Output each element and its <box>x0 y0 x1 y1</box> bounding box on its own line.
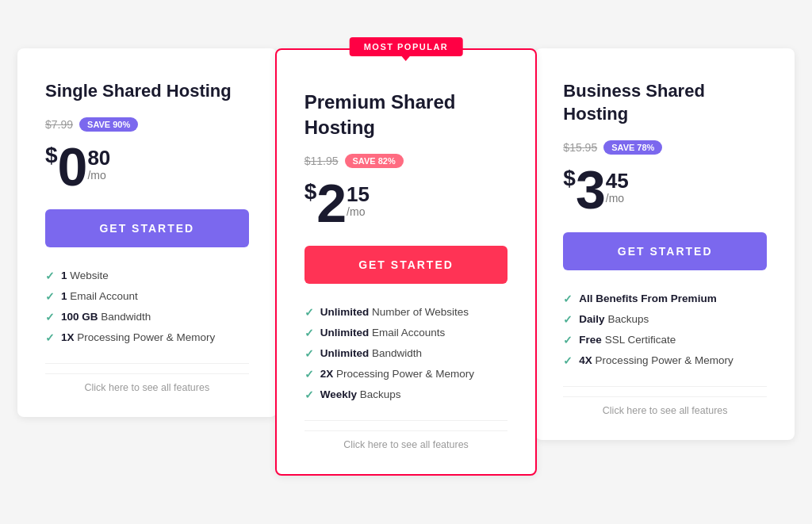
save-badge-single: SAVE 90% <box>79 117 138 132</box>
check-icon-premium-4: ✓ <box>304 388 314 401</box>
plan-title-business: Business Shared Hosting <box>563 80 767 125</box>
price-dollar-single: $ <box>45 144 58 166</box>
feature-item-business-3: ✓ 4X Processing Power & Memory <box>563 354 767 367</box>
see-all-link-premium[interactable]: Click here to see all features <box>304 430 508 450</box>
feature-text-single-0: 1 Website <box>61 270 109 281</box>
divider-business <box>563 386 767 387</box>
feature-text-single-3: 1X Processing Power & Memory <box>61 331 215 343</box>
feature-item-business-1: ✓ Daily Backups <box>563 313 767 326</box>
feature-item-premium-3: ✓ 2X Processing Power & Memory <box>304 368 508 381</box>
feature-bold-premium-2: Unlimited <box>320 347 370 359</box>
check-icon-business-1: ✓ <box>563 313 573 326</box>
pricing-card-business: Business Shared Hosting $15.95 SAVE 78% … <box>535 48 795 439</box>
features-list-business: ✓ All Benefits From Premium ✓ Daily Back… <box>563 293 767 367</box>
price-period-single: /mo <box>87 168 110 184</box>
feature-item-single-1: ✓ 1 Email Account <box>45 290 249 303</box>
feature-item-single-2: ✓ 100 GB Bandwidth <box>45 311 249 323</box>
features-list-single: ✓ 1 Website ✓ 1 Email Account ✓ 100 GB B… <box>45 270 249 344</box>
feature-bold-premium-1: Unlimited <box>320 327 370 338</box>
price-row-business: $15.95 SAVE 78% <box>563 140 767 155</box>
price-period-business: /mo <box>606 191 629 207</box>
cta-button-premium[interactable]: GET STARTED <box>304 246 508 284</box>
price-dollar-premium: $ <box>304 181 317 203</box>
price-integer-single: 0 <box>58 140 88 193</box>
check-icon-premium-0: ✓ <box>304 306 314 319</box>
pricing-card-premium: MOST POPULARPremium Shared Hosting $11.9… <box>275 48 538 475</box>
feature-bold-business-0: All Benefits From Premium <box>579 293 716 304</box>
feature-text-premium-4: Weekly Backups <box>320 388 401 400</box>
price-decimal-premium: 15 <box>347 184 370 205</box>
price-decimal-business: 45 <box>606 170 629 191</box>
feature-bold-premium-3: 2X <box>320 368 334 380</box>
see-all-link-business[interactable]: Click here to see all features <box>563 396 767 416</box>
cta-button-single[interactable]: GET STARTED <box>45 209 249 247</box>
feature-item-premium-4: ✓ Weekly Backups <box>304 388 508 401</box>
price-decimal-block-single: 80 /mo <box>87 147 110 184</box>
feature-bold-business-2: Free <box>579 334 602 346</box>
price-row-premium: $11.95 SAVE 82% <box>304 154 508 168</box>
check-icon-single-2: ✓ <box>45 311 55 323</box>
save-badge-premium: SAVE 82% <box>345 154 404 168</box>
feature-item-single-3: ✓ 1X Processing Power & Memory <box>45 331 249 344</box>
divider-premium <box>304 420 508 421</box>
price-decimal-block-premium: 15 /mo <box>347 184 370 220</box>
check-icon-business-2: ✓ <box>563 334 573 346</box>
feature-text-premium-3: 2X Processing Power & Memory <box>320 368 474 380</box>
original-price-premium: $11.95 <box>304 155 339 167</box>
feature-text-business-2: Free SSL Certificate <box>579 334 676 346</box>
original-price-single: $7.99 <box>45 118 73 131</box>
feature-item-premium-2: ✓ Unlimited Bandwidth <box>304 347 508 360</box>
feature-item-premium-0: ✓ Unlimited Number of Websites <box>304 306 508 319</box>
feature-text-premium-0: Unlimited Number of Websites <box>320 306 469 318</box>
check-icon-premium-1: ✓ <box>304 327 314 339</box>
feature-text-business-1: Daily Backups <box>579 313 649 325</box>
check-icon-business-3: ✓ <box>563 354 573 367</box>
price-decimal-single: 80 <box>87 147 110 168</box>
feature-text-business-0: All Benefits From Premium <box>579 293 716 304</box>
check-icon-single-0: ✓ <box>45 270 55 282</box>
most-popular-badge: MOST POPULAR <box>350 37 463 56</box>
feature-item-business-2: ✓ Free SSL Certificate <box>563 334 767 346</box>
feature-bold-single-2: 100 GB <box>61 311 98 323</box>
pricing-container: Single Shared Hosting $7.99 SAVE 90% $ 0… <box>17 48 795 475</box>
price-period-premium: /mo <box>347 205 370 220</box>
check-icon-business-0: ✓ <box>563 293 573 305</box>
features-list-premium: ✓ Unlimited Number of Websites ✓ Unlimit… <box>304 306 508 401</box>
price-integer-business: 3 <box>576 163 606 216</box>
feature-bold-business-3: 4X <box>579 354 592 366</box>
cta-button-business[interactable]: GET STARTED <box>563 232 767 270</box>
feature-item-single-0: ✓ 1 Website <box>45 270 249 282</box>
pricing-card-single: Single Shared Hosting $7.99 SAVE 90% $ 0… <box>17 48 277 417</box>
feature-bold-business-1: Daily <box>579 313 604 325</box>
feature-text-single-2: 100 GB Bandwidth <box>61 311 151 323</box>
check-icon-premium-3: ✓ <box>304 368 314 381</box>
check-icon-premium-2: ✓ <box>304 347 314 360</box>
feature-text-premium-1: Unlimited Email Accounts <box>320 327 446 338</box>
feature-text-single-1: 1 Email Account <box>61 290 138 302</box>
price-main-business: $ 3 45 /mo <box>563 163 767 216</box>
feature-text-business-3: 4X Processing Power & Memory <box>579 354 733 366</box>
divider-single <box>45 363 249 364</box>
original-price-business: $15.95 <box>563 141 597 154</box>
feature-item-business-0: ✓ All Benefits From Premium <box>563 293 767 305</box>
save-badge-business: SAVE 78% <box>603 140 662 155</box>
price-main-single: $ 0 80 /mo <box>45 140 249 193</box>
plan-title-single: Single Shared Hosting <box>45 80 249 103</box>
feature-item-premium-1: ✓ Unlimited Email Accounts <box>304 327 508 339</box>
feature-bold-premium-0: Unlimited <box>320 306 370 318</box>
price-decimal-block-business: 45 /mo <box>606 170 629 207</box>
price-dollar-business: $ <box>563 167 576 189</box>
price-integer-premium: 2 <box>316 176 347 230</box>
price-row-single: $7.99 SAVE 90% <box>45 117 249 132</box>
feature-bold-premium-4: Weekly <box>320 388 357 400</box>
feature-bold-single-3: 1X <box>61 331 75 343</box>
plan-title-premium: Premium Shared Hosting <box>304 90 508 139</box>
feature-bold-single-0: 1 <box>61 270 67 281</box>
check-icon-single-1: ✓ <box>45 290 55 303</box>
feature-text-premium-2: Unlimited Bandwidth <box>320 347 422 359</box>
check-icon-single-3: ✓ <box>45 331 55 344</box>
see-all-link-single[interactable]: Click here to see all features <box>45 373 249 393</box>
price-main-premium: $ 2 15 /mo <box>304 176 508 230</box>
feature-bold-single-1: 1 <box>61 290 67 302</box>
